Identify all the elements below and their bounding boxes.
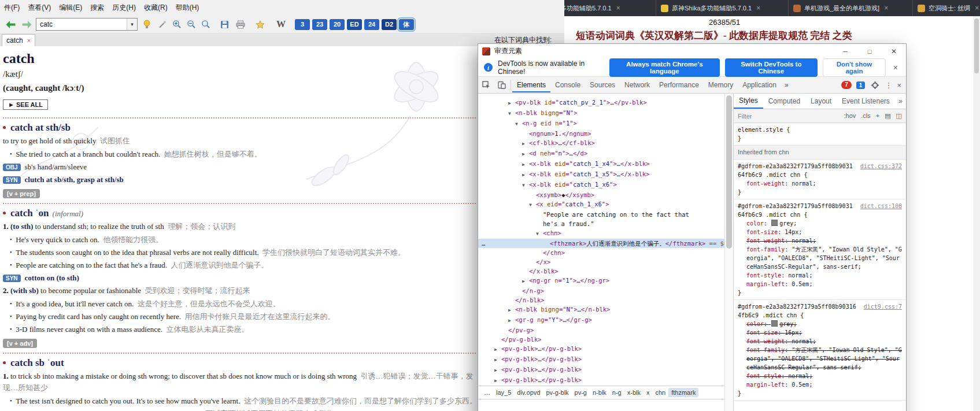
color-swatch[interactable]	[771, 220, 778, 226]
favorites-button[interactable]	[253, 17, 267, 31]
element-style-selector[interactable]: element.style {	[738, 125, 902, 134]
error-count-badge[interactable]: 7	[841, 81, 852, 89]
search-combobox[interactable]: catc ▾	[36, 18, 138, 31]
devtools-tab-performance[interactable]: Performance	[654, 77, 704, 92]
breadcrumb-item[interactable]: …	[481, 388, 493, 397]
inspect-element-button[interactable]	[478, 77, 494, 93]
css-declaration[interactable]: font-family: "方正宋黑", "Iowan Old Style", …	[738, 346, 902, 372]
css-declaration[interactable]: font-weight: normal;	[738, 337, 902, 346]
styles-tab-styles[interactable]: Styles	[734, 94, 763, 109]
devtools-tab-application[interactable]: Application	[738, 77, 781, 92]
styles-tab-event-listeners[interactable]: Event Listeners	[837, 94, 895, 108]
wikipedia-dict-button[interactable]: W	[274, 17, 288, 31]
infobar-close-icon[interactable]: ×	[891, 63, 900, 72]
menu-item[interactable]: 件(F)	[0, 1, 24, 15]
page-scrollbar[interactable]	[973, 16, 980, 411]
stylesheet-source-link[interactable]: dict9.css:7	[864, 302, 902, 311]
dom-tree-row[interactable]: ▶<x-blk eid="catch_1_x5">…</x-blk>	[478, 169, 724, 180]
dict-group-button-20[interactable]: 20	[330, 19, 345, 30]
browser-tab[interactable]: 单机游戏_最全的单机游戏]×	[789, 0, 913, 16]
kebab-menu-button[interactable]: ⋮	[885, 81, 892, 90]
dom-tree-row[interactable]: ▶<ng-gr n="1">…</ng-gr>	[478, 276, 724, 286]
dom-tree-row[interactable]: </n-blk>	[478, 295, 724, 305]
styles-more-tabs-button[interactable]: »	[895, 97, 906, 105]
more-tabs-button[interactable]: »	[781, 81, 792, 89]
dom-tree-row[interactable]: ▼<n-g eid n="1">	[478, 119, 724, 129]
row-overflow-ellipsis-icon[interactable]: …	[482, 239, 486, 248]
dom-tree-row[interactable]: ▶<pv-g-blk>…</pv-g-blk>	[478, 365, 724, 375]
breadcrumb-item[interactable]: n-g	[609, 388, 624, 397]
dom-tree-row[interactable]: ▶<n-blk bigng="N">…</n-blk>	[478, 305, 724, 315]
browser-tab-close-icon[interactable]: ×	[884, 4, 888, 12]
print-button[interactable]	[234, 17, 247, 31]
dom-tree-row[interactable]: <xsymb>◆</xsymb>	[478, 190, 724, 199]
css-declaration[interactable]: color: grey;	[738, 219, 902, 228]
issue-count-badge[interactable]: 1	[856, 82, 866, 89]
dom-tree-row[interactable]: ▼<chn>	[478, 228, 724, 239]
dom-tree-row[interactable]: ▶<pv-g-blk>…</pv-g-blk>	[478, 344, 724, 354]
dom-tree-row[interactable]: </x>	[478, 257, 724, 266]
dom-tree-row[interactable]: </x-blk>	[478, 266, 724, 276]
dom-tree-row[interactable]: "People are catching on to the fact that	[478, 210, 724, 219]
dom-tree-row[interactable]: ▶<pv-g-blk>…</pv-g-blk>	[478, 354, 724, 365]
dom-tree-row[interactable]: ▶<gr-g ng="Y">…</gr-g>	[478, 315, 724, 325]
devtools-tab-elements[interactable]: Elements	[512, 77, 550, 92]
css-declaration[interactable]: margin-left: 0.5em;	[738, 380, 902, 389]
dom-tree-row[interactable]: ▶<cf-blk>…</cf-blk>	[478, 138, 724, 149]
css-declaration[interactable]: font-size: 14px;	[738, 228, 902, 236]
styles-toggle-[interactable]: ▤	[885, 112, 890, 120]
see-all-button[interactable]: ► SEE ALL	[3, 99, 48, 110]
dom-tree-row[interactable]: </pv-g-blk>	[478, 335, 724, 344]
menu-item[interactable]: 收藏(R)	[140, 1, 172, 15]
tab-close-icon[interactable]: ×	[27, 37, 31, 44]
styles-filter-input[interactable]: Filter	[738, 113, 838, 120]
styles-toggle-[interactable]: +	[876, 112, 879, 120]
dom-tree-row[interactable]: ▶<pv-g-blk>…</pv-g-blk>	[478, 375, 724, 386]
css-declaration[interactable]: font-weight: normal;	[738, 236, 902, 245]
zoom-out-button[interactable]	[185, 17, 197, 31]
styles-toggle-cls[interactable]: .cls	[861, 112, 871, 120]
browser-tab-close-icon[interactable]: ×	[975, 4, 979, 12]
dom-tree-row[interactable]: </chn>	[478, 248, 724, 257]
zoom-reset-button[interactable]	[199, 17, 212, 31]
menu-item[interactable]: 帮助(H)	[172, 1, 204, 15]
devtools-tab-console[interactable]: Console	[550, 77, 585, 92]
dom-tree-row[interactable]: ▼<x eid="catch_1_x6">	[478, 199, 724, 210]
pronounce-button[interactable]	[156, 17, 168, 31]
close-button[interactable]: ✕	[882, 44, 906, 58]
maximize-button[interactable]: □	[857, 44, 882, 58]
css-declaration[interactable]: margin-left: 0.5em;	[738, 280, 902, 288]
css-declaration[interactable]: font-family: "方正宋黑", "Iowan Old Style", …	[738, 245, 902, 271]
dom-tree-row[interactable]: he's a fraud."	[478, 219, 724, 228]
back-button[interactable]	[3, 17, 17, 31]
forward-button[interactable]	[20, 17, 34, 31]
dom-tree-row[interactable]: ▼<x-blk eid="catch_1_x6">	[478, 180, 724, 190]
combo-dropdown-arrow-icon[interactable]: ▾	[127, 18, 137, 30]
stylesheet-source-link[interactable]: dict.css:372	[860, 162, 902, 171]
breadcrumb-item[interactable]: chn	[652, 388, 668, 397]
dom-tree-row[interactable]: ▼<n-blk bigng="N">	[478, 108, 724, 119]
scan-popup-button[interactable]	[140, 17, 154, 31]
dict-group-button-23[interactable]: 23	[312, 19, 327, 30]
breadcrumb-item[interactable]: x-blk	[624, 388, 644, 397]
styles-toggle-[interactable]: ◫	[896, 112, 902, 120]
switch-to-chinese-button[interactable]: Switch DevTools to Chinese	[725, 58, 818, 77]
dom-tree-row[interactable]: </pv-g>	[478, 325, 724, 335]
menu-item[interactable]: 编辑(E)	[55, 1, 86, 15]
breadcrumb-item[interactable]: n-blk	[590, 388, 609, 397]
devtools-tab-sources[interactable]: Sources	[585, 77, 620, 92]
match-language-button[interactable]: Always match Chrome's language	[609, 58, 720, 77]
zoom-in-button[interactable]	[171, 17, 183, 31]
dom-tree-row[interactable]: ▶<pv-blk id="catch_pv_2_1">…</pv-blk>	[478, 98, 724, 108]
breadcrumb-item[interactable]: fthzmark	[668, 388, 698, 397]
device-toolbar-button[interactable]	[494, 77, 509, 93]
browser-tab[interactable]: 原神Shika多功能辅助5.7.0.1×	[656, 0, 789, 16]
dom-tree-scrollbar[interactable]	[724, 94, 734, 411]
color-swatch[interactable]	[771, 320, 778, 327]
breadcrumb-item[interactable]: x	[644, 388, 653, 397]
devtools-titlebar[interactable]: 审查元素 ─ □ ✕	[478, 44, 906, 58]
article-tab-catch[interactable]: catch ×	[2, 34, 35, 46]
css-declaration[interactable]: font-style: normal;	[738, 372, 902, 380]
devtools-tab-memory[interactable]: Memory	[704, 77, 738, 92]
save-article-button[interactable]	[217, 17, 231, 31]
